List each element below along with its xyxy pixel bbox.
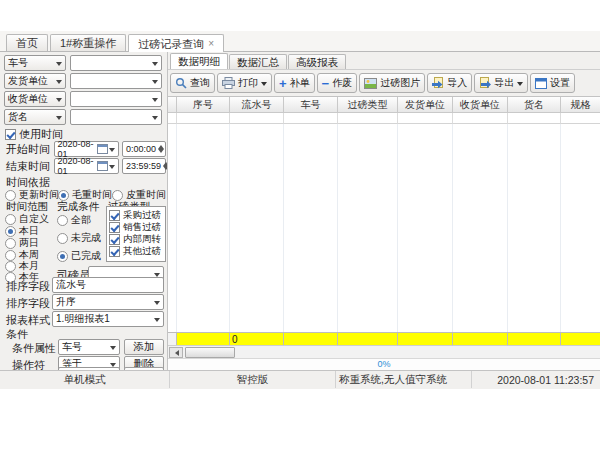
start-time-value: 0:00:00: [126, 144, 156, 154]
sender-value-combo[interactable]: [70, 73, 162, 89]
field-selector-receiver[interactable]: 收货单位: [4, 91, 66, 107]
field-selector-sender[interactable]: 发货单位: [4, 73, 66, 89]
end-time-spinner[interactable]: 23:59:59: [122, 158, 166, 174]
body-column: [284, 124, 338, 332]
col-header-goods[interactable]: 货名: [508, 97, 561, 113]
field-row-sender: 发货单位: [4, 73, 164, 89]
add-condition-button[interactable]: 添加: [124, 339, 164, 355]
checkbox-type-other[interactable]: 其他过磅: [109, 245, 165, 257]
sort-order-combo[interactable]: 升序: [52, 294, 164, 310]
field-selector-label: 发货单位: [8, 74, 48, 88]
condition-attr-combo[interactable]: 车号: [58, 339, 120, 355]
radio-finish-unfinished[interactable]: 未完成: [57, 231, 101, 245]
tab-weigh-operation-label: 1#称重操作: [60, 35, 116, 51]
checkbox-icon: [109, 246, 120, 257]
end-date-picker[interactable]: 2020-08-01: [54, 158, 119, 174]
chevron-down-icon: [110, 346, 116, 353]
weigh-photos-button[interactable]: 过磅图片: [359, 73, 425, 93]
start-time-label: 开始时间: [6, 142, 54, 157]
col-header-vehicle[interactable]: 车号: [284, 97, 338, 113]
radio-finish-finished[interactable]: 已完成: [57, 249, 101, 263]
filter-cell[interactable]: [230, 113, 284, 124]
spinner-icon[interactable]: [156, 142, 165, 156]
body-column: [453, 124, 508, 332]
filter-cell[interactable]: [453, 113, 508, 124]
radio-label: 已完成: [71, 249, 101, 263]
body-column: [177, 124, 230, 332]
goods-value-combo[interactable]: [70, 109, 162, 125]
start-time-spinner[interactable]: 0:00:00: [122, 141, 166, 157]
condition-value-label: 值: [18, 368, 29, 370]
query-button[interactable]: 查询: [170, 73, 215, 93]
field-selector-goods[interactable]: 货名: [4, 109, 66, 125]
checkbox-icon: [109, 210, 120, 221]
filter-cell[interactable]: [284, 113, 338, 124]
status-datetime: 2020-08-01 11:23:57: [472, 371, 600, 388]
report-style-combo[interactable]: 1.明细报表1: [52, 311, 164, 327]
filter-cell[interactable]: [338, 113, 398, 124]
tab-data-detail[interactable]: 数据明细: [170, 53, 228, 69]
use-time-checkbox[interactable]: 使用时间: [5, 127, 63, 142]
chevron-down-icon: [56, 98, 62, 105]
spinner-icon[interactable]: [161, 159, 168, 173]
import-button[interactable]: 导入: [427, 73, 472, 93]
field-selector-vehicle[interactable]: 车号: [4, 55, 66, 71]
scroll-left-arrow[interactable]: [169, 347, 183, 358]
col-header-seq[interactable]: 序号: [177, 97, 230, 113]
vehicle-value-combo[interactable]: [70, 55, 162, 71]
body-column: [398, 124, 453, 332]
checkbox-type-sale[interactable]: 销售过磅: [109, 221, 165, 233]
print-button[interactable]: 打印: [217, 73, 272, 93]
window-settings-icon: [535, 78, 547, 89]
receiver-value-combo[interactable]: [70, 91, 162, 107]
horizontal-scrollbar[interactable]: [168, 345, 600, 358]
filter-cell[interactable]: [561, 113, 600, 124]
radio-icon: [5, 190, 16, 201]
chevron-down-icon: [152, 98, 158, 105]
filter-panel: 车号 发货单位 收货单位 货名 使用时间 开始时间 2020-08-0: [0, 52, 168, 370]
radio-label: 全部: [71, 213, 91, 227]
chevron-down-icon[interactable]: [517, 82, 523, 89]
radio-icon: [5, 226, 16, 237]
body-column: [230, 124, 284, 332]
query-label: 查询: [190, 76, 210, 90]
col-header-sender[interactable]: 发货单位: [398, 97, 453, 113]
report-style-label: 报表样式: [6, 313, 50, 328]
scrollbar-thumb[interactable]: [185, 347, 235, 358]
start-date-picker[interactable]: 2020-08-01: [54, 141, 119, 157]
right-panel: 数据明细 数据汇总 高级报表 查询 打印 + 补单: [168, 52, 600, 370]
tab-advanced-report[interactable]: 高级报表: [288, 54, 346, 69]
filter-cell[interactable]: [177, 113, 230, 124]
checkbox-icon: [109, 234, 120, 245]
condition-attr-label: 条件属性: [12, 341, 56, 356]
settings-button[interactable]: 设置: [530, 73, 575, 93]
condition-value-input[interactable]: [58, 367, 120, 370]
end-time-row: 结束时间 2020-08-01 23:59:59: [6, 158, 166, 174]
sort-field-input[interactable]: 流水号: [52, 277, 164, 293]
import-label: 导入: [447, 76, 467, 90]
tab-record-query[interactable]: 过磅记录查询 ×: [128, 34, 224, 52]
supplement-label: 补单: [290, 76, 310, 90]
condition-extra-button[interactable]: [124, 367, 164, 370]
radio-icon: [5, 214, 16, 225]
supplement-button[interactable]: + 补单: [274, 73, 315, 93]
tab-data-summary[interactable]: 数据汇总: [229, 54, 287, 69]
tab-home[interactable]: 首页: [6, 34, 48, 51]
close-icon[interactable]: ×: [208, 39, 214, 49]
col-header-spec[interactable]: 规格: [561, 97, 600, 113]
col-header-serial[interactable]: 流水号: [230, 97, 284, 113]
checkbox-type-purchase[interactable]: 采购过磅: [109, 209, 165, 221]
tab-record-query-label: 过磅记录查询: [138, 36, 204, 52]
filter-cell[interactable]: [398, 113, 453, 124]
filter-cell[interactable]: [508, 113, 561, 124]
chevron-down-icon[interactable]: [261, 82, 267, 89]
void-button[interactable]: − 作废: [317, 73, 358, 93]
tab-home-label: 首页: [16, 35, 38, 51]
export-button[interactable]: 导出: [474, 73, 528, 93]
col-header-receiver[interactable]: 收货单位: [453, 97, 508, 113]
grid-summary-row: 0: [168, 332, 600, 345]
tab-weigh-operation[interactable]: 1#称重操作: [50, 34, 126, 51]
radio-finish-all[interactable]: 全部: [57, 213, 91, 227]
col-header-weigh-type[interactable]: 过磅类型: [338, 97, 398, 113]
checkbox-type-internal[interactable]: 内部周转: [109, 233, 165, 245]
